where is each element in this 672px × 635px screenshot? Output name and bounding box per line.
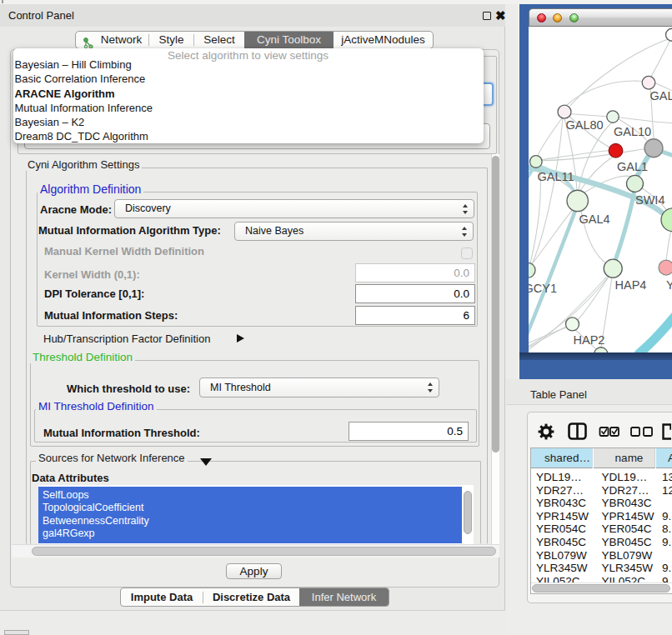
svg-text:GAL10: GAL10 [614, 124, 651, 138]
svg-text:GAL1: GAL1 [617, 160, 648, 173]
svg-text:GAL80: GAL80 [566, 118, 604, 131]
svg-text:HAP2: HAP2 [574, 332, 605, 346]
svg-text:SWI4: SWI4 [635, 193, 664, 207]
svg-text:GAL11: GAL11 [538, 170, 574, 183]
svg-text:HAP4: HAP4 [615, 278, 647, 292]
svg-text:GAL4: GAL4 [579, 212, 610, 226]
svg-text:Y: Y [666, 278, 672, 291]
svg-text:GCY1: GCY1 [529, 281, 557, 294]
svg-text:GAL: GAL [650, 89, 672, 102]
